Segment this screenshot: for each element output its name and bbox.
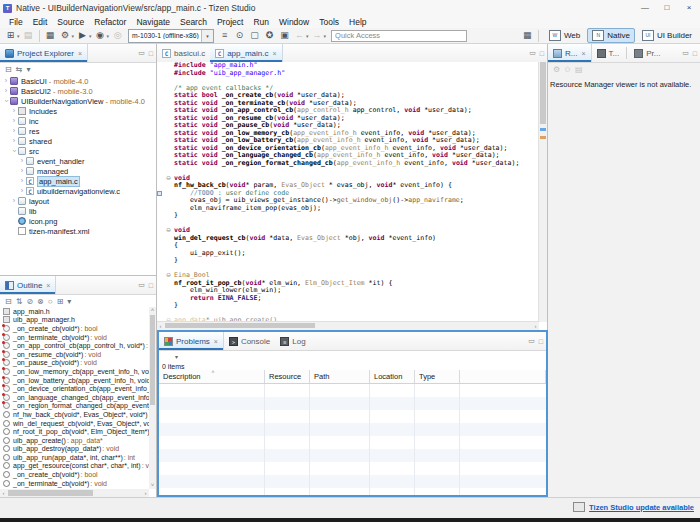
- expand-arrow[interactable]: ›: [2, 76, 10, 86]
- expand-arrow[interactable]: ›: [2, 86, 10, 96]
- expand-arrow[interactable]: ›: [10, 126, 18, 136]
- save-icon[interactable]: ▤: [22, 29, 35, 42]
- maximize-icon[interactable]: □: [149, 282, 153, 289]
- outline-item-on-region-format-changed-cb-app-event-info-h-void[interactable]: _on_region_format_changed_cb(app_event_i…: [0, 402, 149, 411]
- outline-item-on-pause-cb-void[interactable]: _on_pause_cb(void*) : void: [0, 359, 149, 368]
- column-header-location[interactable]: Location: [370, 370, 415, 383]
- hide-static-icon[interactable]: ⊗: [37, 297, 44, 306]
- outline-list[interactable]: app_main.huib_app_manager.h_on_create_cb…: [0, 307, 149, 489]
- column-header-type[interactable]: Type: [415, 370, 460, 383]
- hide-non-public-icon[interactable]: ○: [48, 297, 53, 306]
- outline-item-win-del-request-cb-void-evas-object-void[interactable]: win_del_request_cb(void*, Evas_Object*, …: [0, 419, 149, 428]
- scrollbar-thumb[interactable]: [150, 315, 155, 405]
- chevron-down-icon[interactable]: ▾: [306, 33, 309, 39]
- back-icon[interactable]: ←: [293, 29, 306, 42]
- expand-arrow[interactable]: ›: [9, 147, 19, 155]
- chevron-down-icon[interactable]: ▾: [72, 33, 75, 39]
- chevron-down-icon[interactable]: ▾: [324, 33, 327, 39]
- menu-run[interactable]: Run: [248, 17, 274, 27]
- minimize-window-icon[interactable]: —: [634, 1, 656, 15]
- menu-refactor[interactable]: Refactor: [89, 17, 131, 27]
- tree-item-inc[interactable]: ›inc: [0, 116, 156, 126]
- stop-icon[interactable]: ◎: [111, 29, 124, 42]
- close-icon[interactable]: ×: [581, 50, 585, 57]
- minimize-icon[interactable]: ▭: [682, 49, 689, 57]
- minimize-icon[interactable]: ▭: [138, 49, 145, 57]
- editor-tab-basicui-c[interactable]: Cbasicui.c: [157, 44, 210, 62]
- collapse-all-icon[interactable]: ⊟: [5, 65, 12, 74]
- code-editor[interactable]: #include "app_main.h"#include "uib_app_m…: [157, 62, 539, 322]
- close-window-icon[interactable]: ×: [678, 1, 700, 15]
- outline-item-app-main-h[interactable]: app_main.h: [0, 307, 149, 316]
- tree-item-shared[interactable]: ›shared: [0, 136, 156, 146]
- project-tree[interactable]: ›BasicUI - mobile-4.0›BasicUI2 - mobile-…: [0, 76, 156, 236]
- outline-item-on-terminate-cb-void[interactable]: _on_terminate_cb(void*) : void: [0, 479, 149, 488]
- settings-icon[interactable]: ⚙: [553, 65, 560, 74]
- search-icon[interactable]: ▣: [278, 29, 291, 42]
- scrollbar-thumb[interactable]: [540, 62, 546, 124]
- view-tab-t[interactable]: T...: [592, 44, 625, 62]
- minimize-icon[interactable]: ▭: [138, 281, 145, 289]
- tree-item-includes[interactable]: ›Includes: [0, 106, 156, 116]
- tree-item-icon-png[interactable]: icon.png: [0, 216, 156, 226]
- menu-navigate[interactable]: Navigate: [131, 17, 175, 27]
- outline-item-on-create-cb-void[interactable]: _on_create_cb(void*) : bool: [0, 470, 149, 479]
- expand-arrow[interactable]: ›: [1, 97, 11, 105]
- link-editor-icon[interactable]: ⇆: [16, 65, 23, 74]
- zoom-icon[interactable]: ⊙: [233, 29, 246, 42]
- maximize-icon[interactable]: □: [539, 338, 543, 345]
- view-tab-console[interactable]: >Console: [224, 332, 275, 350]
- maximize-icon[interactable]: □: [149, 50, 153, 57]
- chevron-down-icon[interactable]: ▾: [107, 33, 110, 39]
- filter-menu-icon[interactable]: ▾: [175, 353, 178, 360]
- menu-project[interactable]: Project: [212, 17, 248, 27]
- outline-item-app-get-resource-const-char-char-int[interactable]: app_get_resource(const char*, char*, int…: [0, 462, 149, 471]
- menu-file[interactable]: File: [4, 17, 28, 27]
- perspective-ui-builder[interactable]: UIUI Builder: [637, 28, 697, 43]
- menu-window[interactable]: Window: [274, 17, 314, 27]
- outline-vertical-scrollbar[interactable]: ˄ ˅: [149, 307, 156, 489]
- tree-item-res[interactable]: ›res: [0, 126, 156, 136]
- tree-item-lib[interactable]: lib: [0, 206, 156, 216]
- save-all-icon[interactable]: ▦: [44, 29, 57, 42]
- outline-item-on-terminate-cb-void[interactable]: _on_terminate_cb(void*) : void: [0, 333, 149, 342]
- new-wizard-icon[interactable]: ⊞: [4, 29, 17, 42]
- menu-help[interactable]: Help: [344, 17, 371, 27]
- scroll-up-icon[interactable]: ˄: [149, 307, 156, 314]
- outline-item-uib-app-destroy-app-data[interactable]: uib_app_destroy(app_data*) : void: [0, 445, 149, 454]
- outline-item-on-resume-cb-void[interactable]: _on_resume_cb(void*) : void: [0, 350, 149, 359]
- view-tab-problems[interactable]: Problems×: [159, 332, 224, 350]
- outline-item-on-language-changed-cb-app-event-info-h-void[interactable]: _on_language_changed_cb(app_event_info_h…: [0, 393, 149, 402]
- view-tab-outline[interactable]: Outline×: [0, 276, 56, 294]
- view-menu-icon[interactable]: ▾: [67, 297, 71, 306]
- expand-arrow[interactable]: ›: [10, 196, 18, 206]
- tree-item-managed[interactable]: ›managed: [0, 166, 156, 176]
- chevron-down-icon[interactable]: ▾: [17, 33, 20, 39]
- maximize-icon[interactable]: □: [693, 50, 697, 57]
- outline-item-on-create-cb-void[interactable]: _on_create_cb(void*) : bool: [0, 324, 149, 333]
- minimize-icon[interactable]: ▭: [528, 337, 535, 345]
- expand-arrow[interactable]: ›: [18, 166, 26, 176]
- editor-tab-app-main-c[interactable]: Capp_main.c×: [210, 44, 282, 62]
- perspective-web[interactable]: WWeb: [544, 28, 585, 43]
- view-tab-log[interactable]: ≡Log: [275, 332, 310, 350]
- outline-item-on-low-battery-cb-app-event-info-h-void[interactable]: _on_low_battery_cb(app_event_info_h, voi…: [0, 376, 149, 385]
- expand-arrow[interactable]: ›: [10, 106, 18, 116]
- outline-item-on-app-control-cb-app-control-h-void[interactable]: _on_app_control_cb(app_control_h, void*)…: [0, 341, 149, 350]
- update-notification[interactable]: Tizen Studio update available: [573, 502, 694, 512]
- view-tab-r[interactable]: R...×: [548, 44, 592, 62]
- expand-arrow[interactable]: ›: [10, 136, 18, 146]
- view-menu-icon[interactable]: ▾: [26, 65, 30, 74]
- editor-horizontal-scrollbar[interactable]: ‹ ›: [157, 321, 539, 330]
- sort-icon[interactable]: ⇅: [16, 297, 23, 306]
- outline-item-nf-hw-back-cb-void-evas-object-void[interactable]: nf_hw_back_cb(void*, Evas_Object*, void*…: [0, 410, 149, 419]
- list-view-icon[interactable]: ▤: [575, 65, 583, 74]
- filter-icon[interactable]: ⊞: [57, 297, 64, 306]
- scrollbar-thumb[interactable]: [165, 323, 315, 328]
- maximize-window-icon[interactable]: □: [656, 1, 678, 15]
- close-icon[interactable]: ×: [78, 50, 82, 57]
- column-header-resource[interactable]: Resource: [265, 370, 310, 383]
- outline-item-uib-app-run-app-data-int-char[interactable]: uib_app_run(app_data*, int, char**) : in…: [0, 453, 149, 462]
- forward-icon[interactable]: →: [311, 29, 324, 42]
- tree-item-event-handler[interactable]: ›event_handler: [0, 156, 156, 166]
